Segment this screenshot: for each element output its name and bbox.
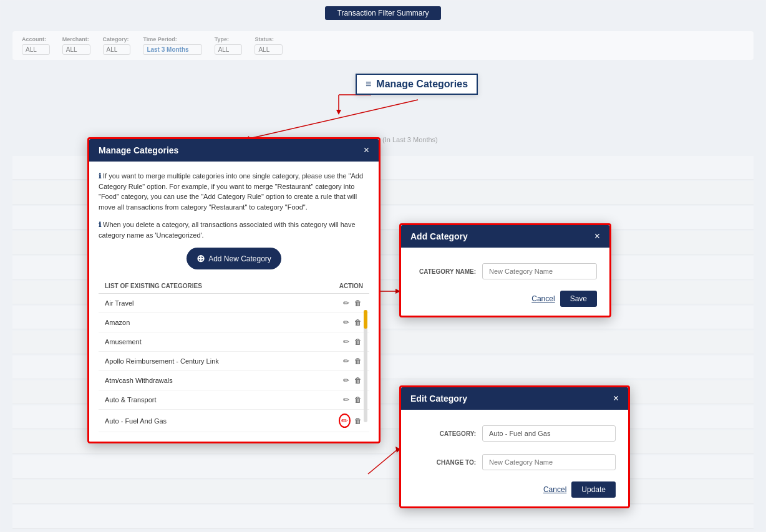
categories-action-header: ACTION: [339, 283, 363, 289]
plus-icon: ⊕: [196, 253, 205, 264]
time-period-filter-label: Time Period:: [143, 36, 201, 42]
add-button-label: Add New Category: [208, 254, 271, 263]
add-category-modal-body: CATEGORY NAME: Cancel Save: [401, 248, 609, 316]
edit-icon[interactable]: ✏: [342, 355, 351, 367]
info-text-1: If you want to merge multiple categories…: [99, 172, 363, 211]
manage-categories-label: Manage Categories: [376, 79, 468, 90]
add-category-modal: Add Category × CATEGORY NAME: Cancel Sav…: [399, 223, 611, 317]
category-name: Air Travel: [105, 299, 133, 307]
delete-icon[interactable]: 🗑: [353, 317, 363, 328]
manage-categories-modal-title: Manage Categories: [99, 145, 178, 155]
merchant-filter-label: Merchant:: [62, 36, 90, 42]
category-name: Auto - Fuel And Gas: [105, 417, 167, 425]
edit-change-to-label: CHANGE TO:: [414, 459, 476, 466]
manage-categories-modal-body: ℹIf you want to merge multiple categorie…: [89, 162, 379, 442]
merchant-filter-value: ALL: [62, 44, 90, 55]
edit-icon[interactable]: ✏: [342, 394, 351, 405]
data-row-bg-13: [12, 455, 754, 479]
edit-category-update-button[interactable]: Update: [571, 481, 616, 498]
add-category-close-button[interactable]: ×: [594, 231, 600, 241]
edit-category-modal-body: CATEGORY: CHANGE TO: Cancel Update: [401, 410, 628, 506]
categories-list-header: LIST OF EXISTING CATEGORIES: [105, 283, 202, 289]
add-category-form-footer: Cancel Save: [401, 286, 609, 316]
info-box-2: ℹWhen you delete a category, all transac…: [99, 220, 369, 240]
edit-icon[interactable]: ✏: [342, 297, 351, 309]
categories-table: LIST OF EXISTING CATEGORIES ACTION Air T…: [99, 279, 369, 432]
category-actions: ✏ 🗑: [342, 317, 363, 328]
category-name: Amazon: [105, 319, 130, 326]
add-button-container: ⊕ Add New Category: [99, 248, 369, 269]
type-filter: Type: ALL: [215, 36, 243, 55]
info-icon-2: ℹ: [99, 221, 101, 228]
add-category-modal-title: Add Category: [410, 231, 468, 241]
category-row: Amusement ✏ 🗑: [99, 332, 369, 352]
info-icon-1: ℹ: [99, 172, 101, 180]
category-row: Apollo Reimbursement - Century Link ✏ 🗑: [99, 352, 369, 371]
category-filter-value: ALL: [103, 44, 131, 55]
categories-list: Air Travel ✏ 🗑 Amazon ✏ 🗑 Amusement ✏ 🗑 …: [99, 294, 369, 432]
delete-icon[interactable]: 🗑: [353, 375, 363, 386]
info-box-1: ℹIf you want to merge multiple categorie…: [99, 171, 369, 212]
category-filter: Category: ALL: [103, 36, 131, 55]
edit-category-modal: Edit Category × CATEGORY: CHANGE TO: Can…: [399, 385, 630, 508]
delete-icon[interactable]: 🗑: [353, 355, 363, 367]
category-row: Auto - Fuel And Gas ✏ 🗑: [99, 410, 369, 432]
category-name: Amusement: [105, 338, 142, 346]
edit-category-label: CATEGORY:: [414, 430, 476, 437]
delete-icon[interactable]: 🗑: [353, 336, 363, 347]
account-filter-value: ALL: [22, 44, 50, 55]
edit-icon[interactable]: ✏: [342, 317, 351, 328]
add-category-save-button[interactable]: Save: [560, 291, 597, 307]
edit-category-cancel-button[interactable]: Cancel: [543, 481, 566, 498]
time-period-filter-value: Last 3 Months: [143, 44, 201, 55]
category-name: Atm/cash Withdrawals: [105, 377, 173, 384]
add-category-cancel-button[interactable]: Cancel: [531, 291, 555, 307]
category-actions: ✏ 🗑: [339, 414, 363, 428]
category-actions: ✏ 🗑: [342, 375, 363, 386]
add-new-category-button[interactable]: ⊕ Add New Category: [187, 248, 281, 269]
add-category-name-input[interactable]: [482, 263, 597, 279]
edit-category-close-button[interactable]: ×: [613, 394, 619, 404]
category-name: Auto & Transport: [105, 396, 157, 404]
category-actions: ✏ 🗑: [342, 297, 363, 309]
add-category-form-row: CATEGORY NAME:: [401, 257, 609, 286]
type-filter-value: ALL: [215, 44, 243, 55]
edit-icon[interactable]: ✏: [342, 375, 351, 386]
edit-category-modal-header: Edit Category ×: [401, 387, 628, 410]
add-category-name-label: CATEGORY NAME:: [414, 268, 476, 275]
data-row-bg-14: [12, 480, 754, 504]
categories-table-header: LIST OF EXISTING CATEGORIES ACTION: [99, 279, 369, 294]
top-bar: Transaction Filter Summary: [0, 6, 766, 20]
category-row: Amazon ✏ 🗑: [99, 313, 369, 332]
delete-icon[interactable]: 🗑: [353, 415, 363, 427]
scroll-thumb: [364, 310, 367, 329]
scroll-indicator[interactable]: [364, 310, 367, 422]
edit-icon-highlighted[interactable]: ✏: [339, 414, 351, 428]
status-filter-label: Status:: [255, 36, 283, 42]
edit-change-to-input[interactable]: [482, 454, 616, 470]
category-actions: ✏ 🗑: [342, 355, 363, 367]
edit-category-value-input[interactable]: [482, 425, 616, 442]
edit-icon[interactable]: ✏: [342, 336, 351, 347]
merchant-filter: Merchant: ALL: [62, 36, 90, 55]
delete-icon[interactable]: 🗑: [353, 297, 363, 309]
manage-categories-modal: Manage Categories × ℹIf you want to merg…: [87, 137, 381, 443]
filter-bar: Account: ALL Merchant: ALL Category: ALL…: [12, 31, 754, 60]
category-actions: ✏ 🗑: [342, 394, 363, 405]
manage-categories-close-button[interactable]: ×: [364, 145, 369, 155]
time-period-filter: Time Period: Last 3 Months: [143, 36, 201, 55]
edit-category-row: CATEGORY:: [401, 419, 628, 448]
status-filter: Status: ALL: [255, 36, 283, 55]
category-name: Apollo Reimbursement - Century Link: [105, 357, 219, 365]
list-icon: ≡: [366, 79, 371, 90]
data-row-bg-15: [12, 505, 754, 529]
delete-icon[interactable]: 🗑: [353, 394, 363, 405]
type-filter-label: Type:: [215, 36, 243, 42]
category-row: Air Travel ✏ 🗑: [99, 294, 369, 313]
category-row: Atm/cash Withdrawals ✏ 🗑: [99, 371, 369, 390]
edit-category-form-footer: Cancel Update: [401, 476, 628, 506]
manage-categories-callout[interactable]: ≡ Manage Categories: [356, 74, 478, 95]
info-text-2: When you delete a category, all transact…: [99, 221, 356, 239]
edit-category-modal-title: Edit Category: [410, 394, 467, 404]
category-row: Auto & Transport ✏ 🗑: [99, 390, 369, 410]
